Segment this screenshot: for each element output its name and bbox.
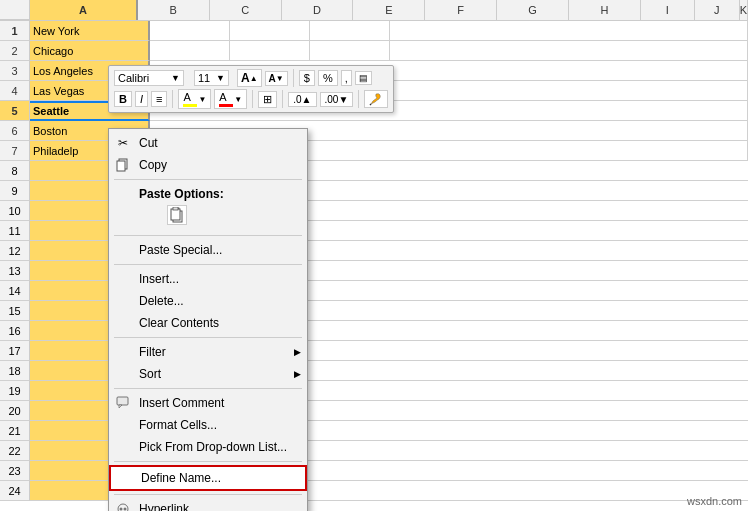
separator-after-define-name (114, 494, 302, 495)
row-header-7[interactable]: 7 (0, 141, 30, 161)
separator-after-copy (114, 179, 302, 180)
col-header-a[interactable]: A (30, 0, 138, 20)
menu-item-insert-comment[interactable]: Insert Comment (109, 392, 307, 414)
col-header-b[interactable]: B (138, 0, 210, 20)
row-header-11[interactable]: 11 (0, 221, 30, 241)
font-dropdown-arrow[interactable]: ▼ (171, 73, 180, 83)
context-menu: ✂ Cut Copy Paste Options: Paste Special.… (108, 128, 308, 511)
row-header-2[interactable]: 2 (0, 41, 30, 61)
menu-item-sort[interactable]: Sort (109, 363, 307, 385)
col-header-h[interactable]: H (569, 0, 641, 20)
number-format-button[interactable]: ▤ (355, 71, 372, 85)
col-header-d[interactable]: D (282, 0, 354, 20)
row-header-13[interactable]: 13 (0, 261, 30, 281)
separator-after-clear (114, 337, 302, 338)
row-header-20[interactable]: 20 (0, 401, 30, 421)
svg-marker-8 (119, 405, 122, 408)
font-color-button[interactable]: A ▼ (214, 89, 247, 109)
menu-item-format-cells[interactable]: Format Cells... (109, 414, 307, 436)
row-header-6[interactable]: 6 (0, 121, 30, 141)
toolbar-separator-3 (252, 90, 253, 108)
row-header-16[interactable]: 16 (0, 321, 30, 341)
sort-label: Sort (139, 367, 161, 381)
format-painter-button[interactable] (364, 90, 388, 108)
row-header-15[interactable]: 15 (0, 301, 30, 321)
paste-options-header: Paste Options: (109, 183, 307, 203)
row-header-14[interactable]: 14 (0, 281, 30, 301)
comma-button[interactable]: , (341, 70, 352, 86)
menu-item-delete[interactable]: Delete... (109, 290, 307, 312)
menu-item-clear-contents[interactable]: Clear Contents (109, 312, 307, 334)
paste-clipboard-icon (169, 207, 185, 223)
col-header-j[interactable]: J (695, 0, 740, 20)
row-header-23[interactable]: 23 (0, 461, 30, 481)
paste-icon-button[interactable] (167, 205, 187, 225)
dollar-button[interactable]: $ (299, 70, 315, 86)
row-header-17[interactable]: 17 (0, 341, 30, 361)
row-header-22[interactable]: 22 (0, 441, 30, 461)
decrease-font-button[interactable]: A▼ (265, 71, 288, 86)
col-header-i[interactable]: I (641, 0, 695, 20)
separator-after-sort (114, 388, 302, 389)
borders-button[interactable]: ⊞ (258, 91, 277, 108)
watermark: wsxdn.com (687, 495, 742, 507)
separator-after-paste (114, 235, 302, 236)
menu-item-pick-dropdown[interactable]: Pick From Drop-down List... (109, 436, 307, 458)
italic-button[interactable]: I (135, 91, 148, 107)
cell-e1[interactable] (390, 21, 748, 41)
cell-b1[interactable] (150, 21, 230, 41)
percent-button[interactable]: % (318, 70, 338, 86)
cell-a1[interactable]: New York (30, 21, 150, 41)
cell-e2[interactable] (390, 41, 748, 61)
row-header-9[interactable]: 9 (0, 181, 30, 201)
increase-decimal-button[interactable]: .0▲ (288, 92, 316, 107)
cell-c1[interactable] (230, 21, 310, 41)
hyperlink-label: Hyperlink... (139, 502, 199, 511)
row-header-24[interactable]: 24 (0, 481, 30, 501)
row-header-12[interactable]: 12 (0, 241, 30, 261)
menu-item-insert[interactable]: Insert... (109, 268, 307, 290)
row-header-5[interactable]: 5 (0, 101, 30, 121)
menu-item-paste-special[interactable]: Paste Special... (109, 239, 307, 261)
clear-contents-label: Clear Contents (139, 316, 219, 330)
mini-toolbar: Calibri ▼ 11 ▼ A▲ A▼ $ % , ▤ B I ≡ A (108, 65, 394, 113)
row-header-21[interactable]: 21 (0, 421, 30, 441)
highlight-color-button[interactable]: A ▼ (178, 89, 211, 109)
decrease-decimal-button[interactable]: .00▼ (320, 92, 354, 107)
toolbar-separator-1 (293, 69, 294, 87)
svg-point-10 (120, 508, 123, 511)
filter-label: Filter (139, 345, 166, 359)
menu-item-hyperlink[interactable]: Hyperlink... (109, 498, 307, 511)
menu-item-filter[interactable]: Filter (109, 341, 307, 363)
row-header-4[interactable]: 4 (0, 81, 30, 101)
align-button[interactable]: ≡ (151, 91, 167, 107)
cell-c2[interactable] (230, 41, 310, 61)
col-header-c[interactable]: C (210, 0, 282, 20)
row-header-19[interactable]: 19 (0, 381, 30, 401)
row-header-18[interactable]: 18 (0, 361, 30, 381)
cell-d1[interactable] (310, 21, 390, 41)
font-name-dropdown[interactable]: Calibri ▼ (114, 70, 184, 86)
col-header-g[interactable]: G (497, 0, 569, 20)
col-header-k[interactable]: K (740, 0, 748, 20)
font-name-label: Calibri (118, 72, 149, 84)
row-header-8[interactable]: 8 (0, 161, 30, 181)
row-header-3[interactable]: 3 (0, 61, 30, 81)
svg-rect-5 (171, 209, 180, 220)
bold-button[interactable]: B (114, 91, 132, 107)
menu-item-cut[interactable]: ✂ Cut (109, 132, 307, 154)
row-header-1[interactable]: 1 (0, 21, 30, 41)
cell-d2[interactable] (310, 41, 390, 61)
row-header-10[interactable]: 10 (0, 201, 30, 221)
define-name-label: Define Name... (141, 471, 221, 485)
menu-item-copy[interactable]: Copy (109, 154, 307, 176)
cell-a2[interactable]: Chicago (30, 41, 150, 61)
increase-font-button[interactable]: A▲ (237, 69, 262, 87)
cell-b2[interactable] (150, 41, 230, 61)
col-header-f[interactable]: F (425, 0, 497, 20)
col-header-e[interactable]: E (353, 0, 425, 20)
insert-comment-label: Insert Comment (139, 396, 224, 410)
font-size-dropdown[interactable]: 11 ▼ (194, 70, 229, 86)
menu-item-define-name[interactable]: Define Name... (109, 465, 307, 491)
font-size-arrow[interactable]: ▼ (216, 73, 225, 83)
